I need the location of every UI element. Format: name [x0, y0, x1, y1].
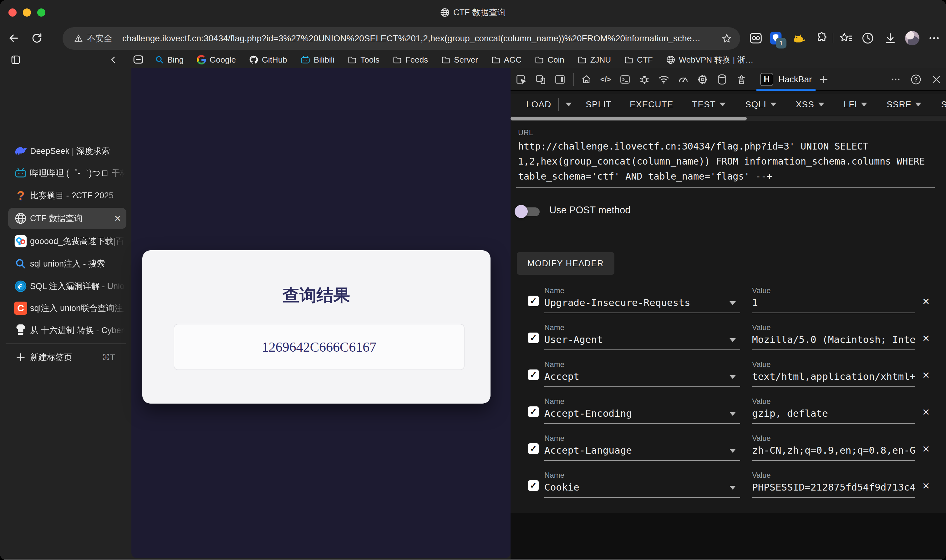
ssrf-menu[interactable]: SSRF [880, 100, 928, 109]
extensions-puzzle-icon[interactable] [813, 29, 831, 47]
sidebar-tab-bilibili[interactable]: 哔哩哔哩 (゜-゜)つロ 干杯~ [0, 163, 131, 183]
header-enabled-checkbox[interactable]: ✓ [528, 295, 539, 306]
sidebar-tab-csdn[interactable]: C sql注入 union联合查询注入 [0, 298, 131, 318]
bookmark-github[interactable]: GitHub [249, 55, 287, 65]
favorites-hub-icon[interactable] [837, 29, 855, 47]
devtools-more-icon[interactable] [890, 74, 901, 85]
bookmark-folder-tools[interactable]: Tools [348, 55, 380, 65]
tab-actions-icon[interactable] [9, 54, 23, 66]
header-enabled-checkbox[interactable]: ✓ [528, 369, 539, 380]
sidebar-tab-sql-tutorial[interactable]: SQL 注入漏洞详解 - Union [0, 276, 131, 296]
payload-textarea[interactable]: http://challenge.ilovectf.cn:30434/flag.… [518, 139, 931, 184]
header-value-field[interactable]: 1 [752, 297, 916, 308]
header-name-dropdown-caret[interactable] [729, 412, 736, 416]
remove-header-icon[interactable]: ✕ [919, 442, 933, 456]
header-enabled-checkbox[interactable]: ✓ [528, 480, 539, 491]
bookmark-bing[interactable]: Bing [155, 55, 184, 65]
sidebar-tab-gooood[interactable]: gooood_免费高速下载|百度 [0, 231, 131, 251]
bookmark-folder-feeds[interactable]: Feeds [392, 55, 428, 65]
header-enabled-checkbox[interactable]: ✓ [528, 332, 539, 343]
elements-tab-icon[interactable]: </> [599, 69, 612, 89]
remove-header-icon[interactable]: ✕ [919, 368, 933, 382]
header-name-field[interactable]: User-Agent [545, 334, 720, 345]
post-method-toggle[interactable] [515, 205, 541, 218]
address-bar[interactable]: 不安全 challenge.ilovectf.cn:30434/flag.php… [63, 27, 740, 50]
header-enabled-checkbox[interactable]: ✓ [528, 443, 539, 454]
sidebar-tab-ctf2025[interactable]: ? 比赛题目 - ?CTF 2025 [0, 186, 131, 206]
tab-hackbar[interactable]: H HackBar [755, 68, 817, 91]
header-name-dropdown-caret[interactable] [729, 301, 736, 305]
debugger-bug-icon[interactable] [638, 69, 651, 89]
collapse-sidebar-icon[interactable] [106, 54, 120, 66]
welcome-tab-icon[interactable] [580, 69, 592, 89]
bookmark-bilibili[interactable]: Bilibili [300, 55, 334, 65]
close-tab-icon[interactable]: ✕ [109, 208, 126, 228]
inspect-element-icon[interactable] [515, 69, 528, 89]
split-button[interactable]: SPLIT [579, 100, 618, 109]
split-screen-icon[interactable] [747, 29, 764, 47]
refresh-button[interactable] [29, 30, 45, 46]
profile-avatar[interactable] [903, 29, 921, 47]
sidebar-tab-deepseek[interactable]: DeepSeek | 深度求索 [0, 141, 131, 161]
bookmark-folder-zjnu[interactable]: ZJNU [577, 55, 611, 65]
header-value-field[interactable]: text/html,application/xhtml+xml [752, 371, 916, 382]
dock-side-icon[interactable] [554, 69, 566, 89]
history-icon[interactable] [859, 29, 877, 47]
sqli-menu[interactable]: SQLI [738, 100, 783, 109]
header-name-field[interactable]: Accept [545, 371, 720, 382]
header-name-dropdown-caret[interactable] [729, 449, 736, 453]
remove-header-icon[interactable]: ✕ [919, 331, 933, 345]
sidebar-tab-sql-search[interactable]: sql union注入 - 搜索 [0, 254, 131, 274]
header-name-dropdown-caret[interactable] [729, 486, 736, 489]
url-text[interactable]: challenge.ilovectf.cn:30434/flag.php?id=… [122, 34, 721, 43]
bookmark-folder-server[interactable]: Server [441, 55, 478, 65]
xss-menu[interactable]: XSS [789, 100, 831, 109]
performance-tab-icon[interactable] [677, 69, 689, 89]
execute-button[interactable]: EXECUTE [623, 100, 680, 109]
header-name-field[interactable]: Accept-Language [545, 445, 720, 456]
header-value-field[interactable]: zh-CN,zh;q=0.9,en;q=0.8,en-GB [752, 445, 916, 456]
menu-scrollbar[interactable] [511, 116, 946, 121]
sidebar-tab-cyberchef[interactable]: 从 十六进制 转换 - CyberC [0, 320, 131, 340]
devtools-help-icon[interactable] [910, 74, 921, 85]
sidebar-tab-ctf-query[interactable]: CTF 数据查询 ✕ [0, 208, 131, 228]
password-extension-icon[interactable]: 1 [767, 29, 784, 47]
header-name-field[interactable]: Upgrade-Insecure-Requests [545, 297, 720, 308]
header-name-field[interactable]: Accept-Encoding [545, 408, 720, 419]
header-value-field[interactable]: Mozilla/5.0 (Macintosh; Intel [752, 334, 916, 345]
remove-header-icon[interactable]: ✕ [919, 479, 933, 493]
back-button[interactable] [6, 30, 22, 46]
clipped-menu-item[interactable]: S [941, 94, 946, 115]
header-name-dropdown-caret[interactable] [729, 338, 736, 342]
header-value-field[interactable]: gzip, deflate [752, 408, 916, 419]
reading-mode-icon[interactable] [131, 54, 146, 66]
bookmark-folder-coin[interactable]: Coin [535, 55, 564, 65]
modify-header-button[interactable]: MODIFY HEADER [517, 252, 614, 275]
memory-tab-icon[interactable] [696, 69, 709, 89]
device-emulation-icon[interactable] [534, 69, 547, 89]
devtools-close-icon[interactable] [931, 74, 941, 85]
bookmark-folder-ctf[interactable]: CTF [624, 55, 653, 65]
lfi-menu[interactable]: LFI [837, 100, 874, 109]
favorite-star-icon[interactable] [721, 33, 732, 44]
header-enabled-checkbox[interactable]: ✓ [528, 406, 539, 417]
bookmark-google[interactable]: Google [197, 55, 236, 65]
bookmark-folder-agc[interactable]: AGC [491, 55, 521, 65]
header-value-field[interactable]: PHPSESSID=212875fd54f9d713c48a [752, 482, 916, 493]
header-name-dropdown-caret[interactable] [729, 375, 736, 379]
new-tab-button[interactable]: 新建标签页 ⌘T [0, 347, 131, 367]
header-name-field[interactable]: Cookie [545, 482, 720, 493]
storage-tab-icon[interactable] [716, 69, 728, 89]
settings-menu-icon[interactable] [925, 29, 943, 47]
test-menu[interactable]: TEST [685, 100, 733, 109]
bookmark-webvpn[interactable]: WebVPN 转换 | 浙… [666, 54, 754, 65]
remove-header-icon[interactable]: ✕ [919, 294, 933, 308]
console-tab-icon[interactable] [619, 69, 631, 89]
cat-extension-icon[interactable] [791, 29, 808, 47]
more-tabs-plus-icon[interactable] [817, 69, 830, 89]
lighthouse-tab-icon[interactable] [735, 69, 748, 89]
remove-header-icon[interactable]: ✕ [919, 405, 933, 419]
load-button[interactable]: LOAD [519, 100, 558, 109]
load-dropdown-caret[interactable] [559, 103, 579, 106]
scrollbar-thumb[interactable] [511, 117, 747, 120]
